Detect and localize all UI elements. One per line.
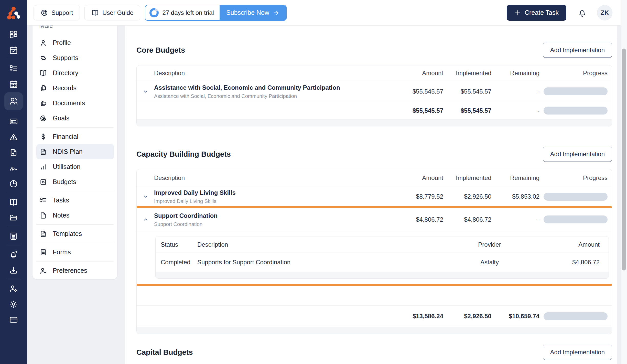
capacity-add-implementation-button[interactable]: Add Implementation	[543, 147, 612, 162]
budget-row-social-participation[interactable]: Assistance with Social, Economic and Com…	[137, 81, 612, 102]
astalty-logo-icon	[6, 5, 21, 21]
sidebar-item-directory[interactable]: Directory	[36, 65, 114, 81]
total-progress-bar	[544, 312, 608, 320]
progress-bar	[544, 193, 608, 201]
sidebar-item-profile[interactable]: Profile	[36, 35, 114, 50]
sub-table-header-row: Status Description Provider Amount	[156, 236, 609, 253]
sidebar-item-documents[interactable]: Documents	[36, 96, 114, 111]
rail-file-plus-icon[interactable]	[4, 145, 23, 160]
sidebar-item-notes[interactable]: Notes	[36, 208, 114, 223]
app-logo[interactable]	[0, 0, 27, 27]
sidebar-item-goals[interactable]: Goals	[36, 111, 114, 126]
menu-divider	[36, 243, 114, 243]
budget-title: Support Coordination	[154, 212, 407, 220]
book-icon	[91, 9, 99, 17]
support-icon	[40, 9, 48, 17]
sidebar-item-templates[interactable]: Templates	[36, 226, 114, 241]
sidebar-item-budgets[interactable]: Budgets	[36, 174, 114, 189]
user-guide-button[interactable]: User Guide	[84, 5, 140, 20]
file-lines-icon	[39, 248, 47, 256]
arrow-right-icon	[273, 9, 279, 16]
budget-title: Improved Daily Living Skills	[154, 189, 407, 197]
rail-alert-triangle-icon[interactable]	[4, 129, 23, 145]
chevron-down-icon[interactable]	[143, 194, 154, 199]
rail-calendar-icon[interactable]	[4, 76, 23, 92]
subscribe-now-button[interactable]: Subscribe Now	[220, 5, 286, 20]
implemented-value: $2,926.50	[443, 193, 491, 200]
col-amount: Amount	[407, 174, 443, 181]
rail-task-list-icon[interactable]	[4, 61, 23, 76]
chevron-down-icon[interactable]	[143, 89, 154, 94]
capacity-budgets-header: Capacity Building Budgets Add Implementa…	[136, 146, 612, 162]
sidebar-item-preferences[interactable]: Preferences	[36, 263, 114, 278]
rail-people-icon[interactable]	[4, 92, 23, 110]
rail-pie-chart-icon[interactable]	[4, 176, 23, 191]
trial-progress-ring-icon	[149, 8, 159, 17]
dollar-icon	[39, 133, 47, 141]
rail-download-icon[interactable]	[4, 262, 23, 278]
percent-square-icon	[39, 178, 47, 186]
budget-subtitle: Assistance with Social, Economic and Com…	[154, 93, 407, 99]
rail-user-gear-icon[interactable]	[4, 281, 23, 296]
page-scrollbar-thumb[interactable]	[622, 49, 626, 270]
col-description: Description	[154, 174, 407, 181]
rail-dashboard-icon[interactable]	[4, 27, 23, 42]
rail-bell-plus-icon[interactable]	[4, 247, 23, 262]
table-scroll-strip[interactable]	[137, 119, 612, 126]
sidebar-item-supports[interactable]: Supports	[36, 50, 114, 65]
sidebar-item-ndis-plan[interactable]: NDIS Plan	[36, 144, 114, 159]
progress-bar	[544, 215, 608, 223]
top-bar: Support User Guide 27 days left on trial…	[27, 0, 621, 26]
amount-value: $4,806.72	[528, 259, 600, 266]
implementation-row[interactable]: Completed Supports for Support Coordinat…	[156, 253, 609, 272]
rail-settings-icon[interactable]	[4, 296, 23, 312]
chevron-up-icon[interactable]	[143, 217, 154, 222]
rail-credit-card-icon[interactable]	[4, 312, 23, 327]
support-button[interactable]: Support	[34, 5, 80, 20]
capital-add-implementation-button[interactable]: Add Implementation	[543, 345, 612, 360]
amount-value: $8,779.52	[407, 193, 443, 200]
sub-table-scroll-strip[interactable]	[156, 272, 609, 278]
budget-row-support-coordination[interactable]: Support Coordination Support Coordinatio…	[137, 208, 612, 231]
notifications-bell-icon[interactable]	[578, 8, 587, 17]
sidebar-item-label: Financial	[53, 133, 78, 140]
core-budgets-table: Description Amount Implemented Remaining…	[136, 65, 612, 126]
sidebar-item-label: Utilisation	[53, 163, 80, 170]
folder-copy-icon	[39, 99, 47, 107]
client-meta-truncated: Male	[33, 26, 117, 30]
table-scroll-strip[interactable]	[137, 327, 612, 334]
menu-divider	[36, 224, 114, 225]
description-value: Supports for Support Coordination	[197, 259, 451, 266]
page-section-title: Capital Budgets	[136, 348, 193, 357]
rail-folder-icon[interactable]	[4, 210, 23, 225]
content-top-divider	[125, 37, 617, 37]
sidebar-item-label: Goals	[53, 115, 69, 122]
menu-divider	[36, 261, 114, 261]
rail-book-icon[interactable]	[4, 194, 23, 210]
sidebar-item-financial[interactable]: Financial	[36, 129, 114, 144]
provider-value: Astalty	[451, 259, 528, 266]
rail-calendar-check-icon[interactable]	[4, 42, 23, 58]
sidebar-item-records[interactable]: Records	[36, 81, 114, 96]
amount-value: $4,806.72	[407, 216, 443, 223]
support-coordination-implementations: Status Description Provider Amount Compl…	[137, 231, 612, 284]
create-task-button[interactable]: Create Task	[507, 5, 566, 21]
col-description: Description	[154, 70, 407, 77]
sidebar-item-utilisation[interactable]: Utilisation	[36, 159, 114, 174]
rail-calculator-icon[interactable]	[4, 228, 23, 244]
remaining-value: -	[491, 216, 539, 223]
sidebar-item-forms[interactable]: Forms	[36, 245, 114, 260]
trial-days-text: 27 days left on trial	[162, 9, 214, 16]
col-remaining: Remaining	[491, 174, 539, 181]
sidebar-item-tasks[interactable]: Tasks	[36, 193, 114, 208]
page-section-title: Capacity Building Budgets	[136, 150, 231, 158]
user-avatar[interactable]: ZK	[597, 5, 612, 20]
rail-separator	[6, 245, 21, 245]
rail-signature-icon[interactable]	[4, 160, 23, 176]
core-add-implementation-button[interactable]: Add Implementation	[543, 43, 612, 58]
budget-row-improved-daily-living[interactable]: Improved Daily Living Skills Improved Da…	[137, 187, 612, 206]
page-scrollbar-track[interactable]	[621, 0, 627, 364]
total-remaining: $10,659.74	[491, 313, 539, 320]
rail-id-card-icon[interactable]	[4, 113, 23, 129]
sidebar-item-label: Budgets	[53, 178, 76, 186]
